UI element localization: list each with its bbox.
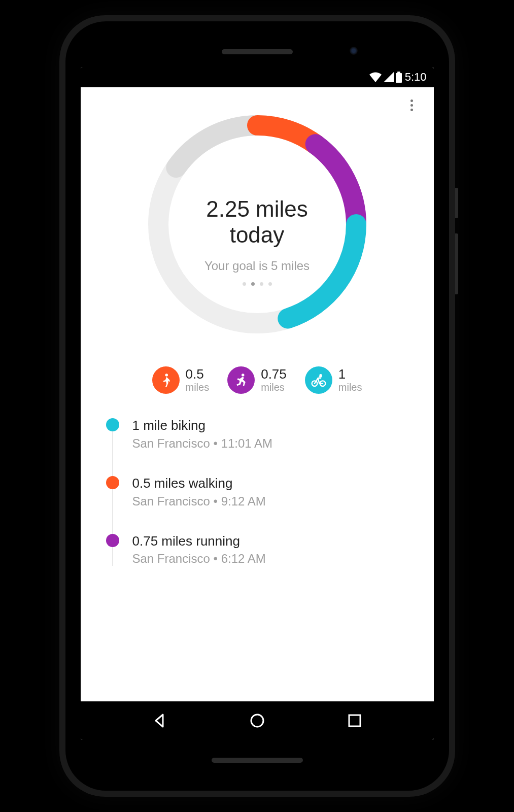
timeline-meta: San Francisco • 9:12 AM: [132, 494, 266, 509]
timeline-location: San Francisco: [132, 494, 210, 508]
home-button[interactable]: [242, 705, 272, 736]
timeline-title: 0.75 miles running: [132, 533, 266, 550]
summary-item-biking[interactable]: 1miles: [305, 366, 362, 394]
timeline-item[interactable]: 1 mile bikingSan Francisco • 11:01 AM: [106, 417, 414, 451]
timeline-dot: [106, 534, 119, 547]
navigation-bar: [81, 701, 434, 740]
summary-value: 0.75: [261, 367, 287, 382]
timeline-dot: [106, 476, 119, 489]
timeline-title: 0.5 miles walking: [132, 475, 266, 492]
summary-value: 1: [338, 367, 362, 382]
timeline-time: 11:01 AM: [221, 436, 272, 450]
speaker-top: [222, 49, 293, 54]
phone-inner: 5:10 2.25 miles today Your goal is 5 mil…: [65, 21, 449, 791]
walk-icon: [152, 366, 180, 394]
svg-point-8: [251, 715, 263, 727]
timeline-meta: San Francisco • 11:01 AM: [132, 436, 273, 451]
page-dot[interactable]: [268, 282, 272, 286]
page-dot[interactable]: [251, 282, 255, 286]
back-button[interactable]: [145, 705, 175, 736]
timeline-item[interactable]: 0.75 miles runningSan Francisco • 6:12 A…: [106, 533, 414, 566]
timeline-text: 0.75 miles runningSan Francisco • 6:12 A…: [132, 533, 266, 566]
recent-apps-button[interactable]: [339, 705, 370, 736]
app-content: 2.25 miles today Your goal is 5 miles 0.…: [81, 87, 434, 701]
progress-label: today: [230, 222, 285, 247]
summary-value: 0.5: [186, 367, 210, 382]
summary-unit: miles: [338, 382, 362, 393]
timeline-dot: [106, 418, 119, 431]
timeline-time: 9:12 AM: [221, 494, 266, 508]
activity-summary-row: 0.5miles0.75miles1miles: [81, 366, 434, 394]
status-time: 5:10: [405, 71, 427, 84]
ring-center: 2.25 miles today Your goal is 5 miles: [176, 196, 338, 286]
summary-item-walking[interactable]: 0.5miles: [152, 366, 210, 394]
status-bar: 5:10: [81, 67, 434, 87]
timeline-text: 1 mile bikingSan Francisco • 11:01 AM: [132, 417, 273, 451]
page-dot[interactable]: [243, 282, 246, 286]
status-icons: [369, 72, 402, 83]
wifi-icon: [369, 72, 382, 82]
front-camera: [350, 47, 358, 55]
overflow-menu-button[interactable]: [404, 97, 420, 113]
run-icon: [227, 366, 255, 394]
summary-text: 0.75miles: [261, 367, 287, 394]
timeline-location: San Francisco: [132, 552, 210, 565]
speaker-bottom: [212, 758, 303, 763]
svg-point-7: [319, 374, 322, 377]
summary-item-running[interactable]: 0.75miles: [227, 366, 287, 394]
page-indicator[interactable]: [176, 282, 338, 286]
volume-button: [455, 233, 458, 294]
timeline-item[interactable]: 0.5 miles walkingSan Francisco • 9:12 AM: [106, 475, 414, 509]
timeline-time: 6:12 AM: [221, 552, 266, 565]
progress-subtitle: Your goal is 5 miles: [176, 259, 338, 273]
summary-unit: miles: [186, 382, 210, 393]
svg-rect-1: [397, 72, 400, 73]
screen: 5:10 2.25 miles today Your goal is 5 mil…: [81, 67, 434, 740]
phone-frame: 5:10 2.25 miles today Your goal is 5 mil…: [59, 15, 455, 797]
svg-rect-0: [396, 73, 402, 83]
activity-timeline: 1 mile bikingSan Francisco • 11:01 AM0.5…: [81, 417, 434, 566]
svg-rect-9: [349, 715, 360, 726]
cellular-signal-icon: [384, 72, 394, 82]
timeline-location: San Francisco: [132, 436, 210, 450]
svg-point-4: [242, 374, 245, 377]
timeline-title: 1 mile biking: [132, 417, 273, 434]
bike-icon: [305, 366, 332, 394]
progress-title: 2.25 miles today: [176, 196, 338, 248]
summary-unit: miles: [261, 382, 287, 393]
power-button: [455, 188, 458, 218]
summary-text: 1miles: [338, 367, 362, 394]
timeline-meta: San Francisco • 6:12 AM: [132, 552, 266, 566]
timeline-text: 0.5 miles walkingSan Francisco • 9:12 AM: [132, 475, 266, 509]
progress-value: 2.25 miles: [206, 196, 308, 221]
battery-icon: [396, 72, 402, 83]
page-dot[interactable]: [260, 282, 263, 286]
svg-point-3: [165, 374, 168, 377]
summary-text: 0.5miles: [186, 367, 210, 394]
